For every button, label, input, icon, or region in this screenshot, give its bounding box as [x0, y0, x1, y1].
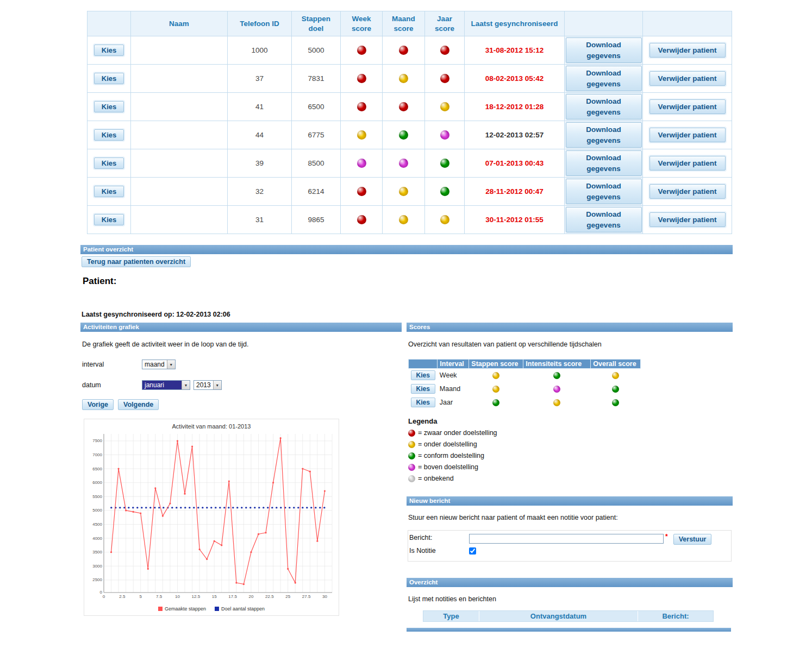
laatst-gesynchroniseerd-cell: 07-01-2013 00:43 [465, 149, 565, 178]
kies-cell: Kies [88, 65, 131, 93]
week-score-orb [357, 130, 366, 140]
legend-item: = zwaar onder doelstelling [408, 427, 733, 439]
legend-item: = onder doelstelling [408, 439, 733, 450]
svg-text:22.5: 22.5 [265, 594, 274, 599]
week-score-orb [357, 74, 366, 83]
week-score-orb [357, 46, 366, 55]
is-notitie-checkbox[interactable] [469, 547, 476, 555]
bericht-row: Bericht: * Verstuur [409, 534, 711, 545]
year-select[interactable]: 2013 ▾ [193, 380, 222, 390]
kies-button[interactable]: Kies [94, 45, 124, 56]
maand-score-orb [399, 130, 408, 140]
maand-score-cell [383, 93, 425, 121]
patient-row: Kies1000500031-08-2012 15:12Download geg… [88, 36, 732, 65]
week-score-cell [341, 36, 383, 65]
scores-col-intensiteit: Intensiteits score [523, 360, 591, 369]
interval-select[interactable]: maand ▾ [142, 360, 176, 369]
download-gegevens-button[interactable]: Download gegevens [566, 150, 642, 176]
stappen-doel-cell: 6214 [292, 178, 341, 206]
pink-status-orb [408, 464, 415, 471]
jaar-score-cell [425, 121, 465, 149]
volgende-button[interactable]: Volgende [118, 399, 159, 410]
patient-overzicht-bar: Patient overzicht [80, 245, 733, 254]
jaar-score-cell [425, 206, 465, 234]
scores-overall-cell [591, 382, 641, 396]
legend-items: = zwaar onder doelstelling= onder doelst… [408, 427, 733, 484]
svg-text:6000: 6000 [92, 480, 102, 485]
chevron-down-icon: ▾ [182, 381, 190, 389]
svg-text:5: 5 [140, 594, 142, 599]
download-gegevens-button[interactable]: Download gegevens [566, 37, 642, 63]
patient-row: Kies44677512-02-2013 02:57Download gegev… [88, 121, 732, 149]
scores-kies-button[interactable]: Kies [411, 370, 435, 380]
scores-interval-cell: Maand [438, 382, 469, 396]
download-gegevens-button[interactable]: Download gegevens [566, 122, 642, 148]
svg-text:6500: 6500 [92, 467, 102, 471]
scores-stappen-cell [469, 382, 523, 396]
scores-table: Interval Stappen score Intensiteits scor… [408, 359, 641, 409]
laatst-gesynchroniseerd-cell: 18-12-2012 01:28 [465, 93, 565, 121]
activity-chart: Activiteit van maand: 01-2013 2500300035… [84, 419, 339, 616]
svg-text:0: 0 [103, 594, 105, 599]
legend-item-label: = boven doelstelling [418, 463, 478, 471]
kies-cell: Kies [88, 121, 131, 149]
download-gegevens-button[interactable]: Download gegevens [566, 94, 642, 119]
last-sync-text: Laatst gesynchroniseerd op: 12-02-2013 0… [82, 311, 230, 318]
week-score-cell [341, 65, 383, 93]
col-laatst-gesynchroniseerd: Laatst gesynchroniseerd [465, 11, 565, 36]
jaar-score-cell [425, 178, 465, 206]
green-status-orb [408, 452, 415, 459]
month-select[interactable]: januari ▾ [142, 380, 190, 390]
verwijder-patient-button[interactable]: Verwijder patient [649, 184, 726, 199]
scores-stappen-cell [469, 369, 523, 382]
interval-value: maand [142, 360, 167, 369]
stappen-doel-cell: 8500 [292, 149, 341, 178]
back-button[interactable]: Terug naar patienten overzicht [82, 256, 191, 267]
download-gegevens-button[interactable]: Download gegevens [566, 207, 642, 232]
download-cell: Download gegevens [565, 149, 643, 178]
jaar-score-cell [425, 65, 465, 93]
bericht-input[interactable] [469, 534, 664, 544]
kies-button[interactable]: Kies [94, 157, 124, 169]
col-verwijder [643, 11, 732, 36]
jaar-score-cell [425, 149, 465, 178]
download-gegevens-button[interactable]: Download gegevens [566, 179, 642, 204]
verwijder-cell: Verwijder patient [643, 121, 732, 149]
verwijder-patient-button[interactable]: Verwijder patient [649, 128, 726, 143]
maand-score-cell [383, 149, 425, 178]
svg-text:25: 25 [285, 594, 290, 599]
chart-nav-row: Vorige Volgende [82, 399, 402, 410]
verwijder-patient-button[interactable]: Verwijder patient [649, 212, 726, 228]
laatst-gesynchroniseerd-cell: 12-02-2013 02:57 [465, 121, 565, 149]
jaar-score-cell [425, 93, 465, 121]
maand-score-cell [383, 36, 425, 65]
col-maand-score: Maand score [383, 11, 425, 36]
kies-button[interactable]: Kies [94, 101, 124, 112]
verwijder-cell: Verwijder patient [643, 206, 732, 234]
kies-button[interactable]: Kies [94, 129, 124, 141]
scores-kies-button[interactable]: Kies [411, 398, 435, 407]
verwijder-patient-button[interactable]: Verwijder patient [649, 43, 726, 58]
verstuur-button[interactable]: Verstuur [673, 534, 712, 545]
interval-row: interval maand ▾ [82, 359, 402, 370]
intensiteit-score-orb [553, 399, 560, 406]
verwijder-patient-button[interactable]: Verwijder patient [649, 71, 726, 86]
download-gegevens-button[interactable]: Download gegevens [566, 66, 642, 91]
verwijder-patient-button[interactable]: Verwijder patient [649, 99, 726, 115]
scores-col-stappen: Stappen score [469, 360, 523, 369]
kies-button[interactable]: Kies [94, 73, 124, 84]
verwijder-patient-button[interactable]: Verwijder patient [649, 156, 726, 171]
scores-kies-button[interactable]: Kies [411, 384, 435, 394]
kies-cell: Kies [88, 93, 131, 121]
gray-status-orb [408, 475, 415, 482]
svg-text:4000: 4000 [92, 536, 102, 541]
datum-label: datum [82, 381, 142, 389]
legend-item-label: = onder doelstelling [418, 440, 477, 448]
kies-button[interactable]: Kies [94, 214, 124, 225]
naam-cell [131, 36, 228, 65]
scores-row: KiesJaar [409, 396, 641, 409]
vorige-button[interactable]: Vorige [82, 399, 114, 410]
activity-bar: Activiteiten grafiek [80, 323, 402, 332]
kies-button[interactable]: Kies [94, 186, 124, 197]
svg-text:30: 30 [322, 594, 327, 599]
